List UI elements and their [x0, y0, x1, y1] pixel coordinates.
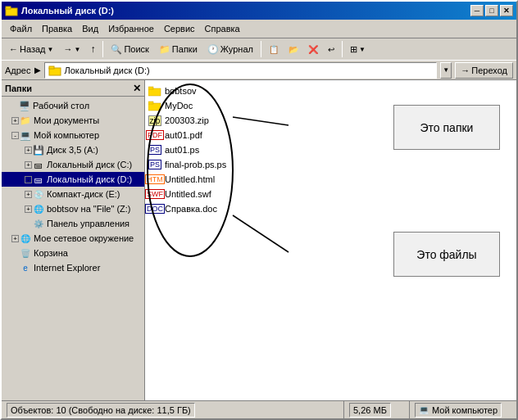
copy-to-button[interactable]: 📋: [265, 40, 283, 58]
delete-button[interactable]: ❌: [304, 40, 322, 58]
expander-cdrom: +: [25, 191, 32, 198]
expander-network: +: [11, 235, 19, 242]
mycomputer-icon: 💻: [19, 129, 32, 142]
sidebar-label-desktop: Рабочий стол: [33, 101, 89, 111]
sidebar-item-recycle[interactable]: 🗑️ Корзина: [2, 246, 144, 260]
list-item[interactable]: bobtsov: [145, 84, 516, 98]
menu-view[interactable]: Вид: [77, 22, 103, 35]
window-controls: ─ □ ✕: [470, 5, 513, 16]
menu-bar: Файл Правка Вид Избранное Сервис Справка: [2, 20, 516, 38]
back-arrow-icon: ←: [9, 44, 18, 54]
sidebar-label-control-panel: Панель управления: [47, 219, 130, 228]
expander-ie: [11, 261, 19, 274]
sidebar-item-network-z[interactable]: + 🌐 bobtsov на "File" (Z:): [2, 201, 144, 216]
svg-rect-4: [148, 88, 161, 96]
sidebar-label-ie: Internet Explorer: [34, 263, 100, 273]
doc-icon: DOC: [148, 202, 161, 215]
sidebar-item-cdrom[interactable]: + 💿 Компакт-диск (E:): [2, 187, 144, 201]
maximize-button[interactable]: □: [485, 5, 498, 16]
file-list: bobtsov MyDoc zip 200303.zip: [145, 80, 516, 219]
sidebar-close-button[interactable]: ✕: [133, 83, 141, 94]
folders-label: Папки: [172, 44, 198, 54]
views-button[interactable]: ⊞ ▼: [346, 40, 370, 58]
menu-help[interactable]: Справка: [200, 22, 245, 35]
list-item[interactable]: HTM Untitled.html: [145, 172, 516, 187]
window-icon: [5, 4, 18, 17]
sidebar-header: Папки ✕: [2, 80, 144, 97]
sidebar-item-drive-c[interactable]: + 🖴 Локальный диск (C:): [2, 157, 144, 172]
undo-button[interactable]: ↩: [324, 40, 339, 58]
close-button[interactable]: ✕: [500, 5, 513, 16]
sidebar-tree: 🖥️ Рабочий стол + 📁 Мои документы - 💻 Мо…: [2, 97, 144, 400]
back-label: Назад: [20, 44, 46, 54]
search-button[interactable]: 🔍 Поиск: [107, 40, 152, 58]
history-button[interactable]: 🕐 Журнал: [203, 40, 257, 58]
html-icon: HTM: [148, 173, 161, 186]
up-button[interactable]: ↑: [86, 40, 99, 58]
address-go-button[interactable]: → Переход: [455, 62, 513, 79]
sidebar-label-network: Мое сетевое окружение: [34, 233, 134, 243]
views-dropdown-icon: ▼: [359, 46, 366, 53]
sidebar-item-drive-d[interactable]: - 🖴 Локальный диск (D:): [2, 172, 144, 187]
menu-tools[interactable]: Сервис: [159, 22, 200, 35]
list-item[interactable]: PS aut01.ps: [145, 142, 516, 157]
delete-icon: ❌: [308, 45, 318, 54]
copy-icon: 📋: [269, 45, 279, 54]
status-size-value: 5,26 МБ: [349, 403, 391, 418]
list-item[interactable]: zip 200303.zip: [145, 113, 516, 128]
status-computer-value: 💻 Мой компьютер: [415, 403, 502, 418]
title-bar: Локальный диск (D:) ─ □ ✕: [2, 2, 516, 20]
folders-button[interactable]: 📁 Папки: [155, 40, 202, 58]
sidebar-item-desktop[interactable]: 🖥️ Рабочий стол: [2, 98, 144, 113]
sidebar-label-mycomputer: Мой компьютер: [34, 130, 99, 140]
ps-icon: PS: [148, 143, 161, 156]
menu-favorites[interactable]: Избранное: [103, 22, 159, 35]
go-label: Переход: [471, 65, 507, 75]
back-button[interactable]: ← Назад ▼: [5, 40, 57, 58]
file-name: bobtsov: [165, 86, 197, 96]
list-item[interactable]: PS final-prob.ps.ps: [145, 157, 516, 172]
address-field[interactable]: Локальный диск (D:): [44, 62, 438, 79]
status-computer: 💻 Мой компьютер: [410, 401, 516, 418]
address-value: Локальный диск (D:): [65, 65, 150, 75]
status-size: 5,26 МБ: [344, 401, 410, 418]
folders-icon: 📁: [159, 44, 170, 55]
history-icon: 🕐: [207, 44, 219, 55]
mydocs-icon: 📁: [19, 114, 32, 127]
toolbar-separator-1: [102, 41, 103, 57]
expander-drive-c: +: [25, 161, 32, 169]
address-separator-icon: ▶: [34, 65, 41, 75]
move-to-button[interactable]: 📂: [284, 40, 302, 58]
list-item[interactable]: DOC Справка.doc: [145, 201, 516, 216]
sidebar-item-ie[interactable]: e Internet Explorer: [2, 260, 144, 275]
expander-floppy: +: [25, 147, 32, 154]
list-item[interactable]: MyDoc: [145, 98, 516, 113]
status-objects: Объектов: 10 (Свободно на диске: 11,5 ГБ…: [2, 401, 344, 418]
status-objects-value: Объектов: 10 (Свободно на диске: 11,5 ГБ…: [7, 403, 195, 418]
pdf-icon: PDF: [148, 129, 161, 142]
floppy-icon: 💾: [32, 143, 45, 156]
sidebar-item-mycomputer[interactable]: - 💻 Мой компьютер: [2, 128, 144, 142]
history-label: Журнал: [220, 44, 253, 54]
forward-button[interactable]: → ▼: [59, 40, 84, 58]
minimize-button[interactable]: ─: [470, 5, 484, 16]
file-name: MyDoc: [165, 101, 193, 111]
file-name: Untitled.swf: [165, 189, 211, 199]
list-item[interactable]: PDF aut01.pdf: [145, 128, 516, 142]
sidebar-item-mydocs[interactable]: + 📁 Мои документы: [2, 113, 144, 128]
svg-rect-6: [148, 103, 161, 111]
list-item[interactable]: SWF Untitled.swf: [145, 187, 516, 201]
expander-desktop: [5, 99, 18, 112]
file-name: final-prob.ps.ps: [165, 160, 226, 169]
sidebar-item-control-panel[interactable]: ⚙️ Панель управления: [2, 216, 144, 231]
menu-file[interactable]: Файл: [5, 22, 37, 35]
network-icon: 🌐: [19, 232, 32, 245]
network-z-icon: 🌐: [32, 202, 45, 215]
sidebar-item-network[interactable]: + 🌐 Мое сетевое окружение: [2, 231, 144, 246]
file-name: aut01.ps: [165, 145, 199, 155]
expander-mycomputer: -: [11, 132, 19, 139]
address-dropdown-button[interactable]: ▼: [440, 62, 452, 79]
sidebar-item-floppy[interactable]: + 💾 Диск 3,5 (A:): [2, 142, 144, 157]
expander-mydocs: +: [11, 117, 19, 124]
menu-edit[interactable]: Правка: [37, 22, 77, 35]
